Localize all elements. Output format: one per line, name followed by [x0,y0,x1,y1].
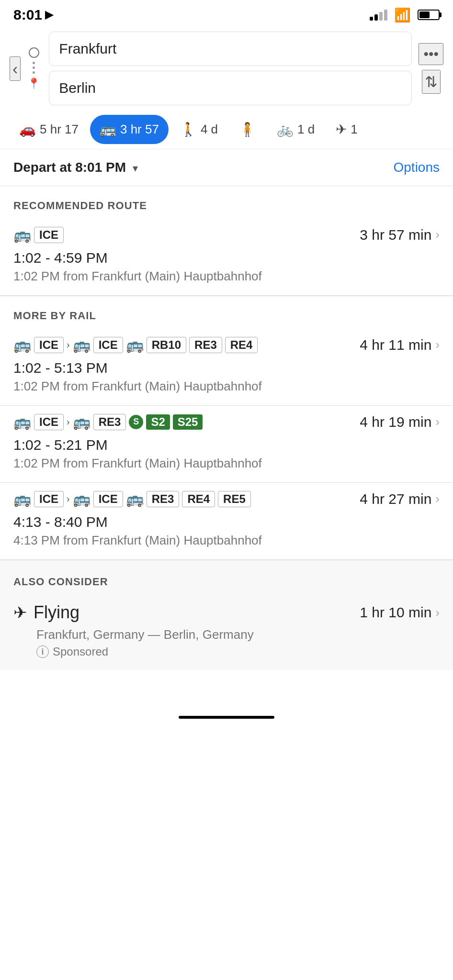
train-icon-2b: 🚌 [73,490,91,507]
tab-transit[interactable]: 🚌 3 hr 57 [90,115,169,144]
twowheeler-icon: 🧍 [239,122,256,137]
bike-icon: 🚲 [277,122,294,137]
rail-route-card-0[interactable]: 🚌 ICE › 🚌 ICE 🚌 RB10 RE3 RE4 4 hr 11 min… [0,329,453,406]
also-consider-section: ALSO CONSIDER ✈ Flying 1 hr 10 min › Fra… [0,560,453,670]
route-detail-0: 1:02 PM from Frankfurt (Main) Hauptbahnh… [13,379,440,394]
rail-route-card-1[interactable]: 🚌 ICE › 🚌 RE3 S S2 S25 4 hr 19 min › 1:0… [0,406,453,483]
chevron-right-icon: › [435,227,440,242]
route-time: 1:02 - 4:59 PM [13,250,440,266]
depart-dropdown-arrow: ▾ [133,162,138,174]
walk-icon: 🚶 [180,122,197,137]
origin-input[interactable]: Frankfurt [49,32,412,66]
train-icon-0: 🚌 [13,336,31,353]
tab-bike[interactable]: 🚲 1 d [267,115,324,144]
bus-icon: 🚌 [100,122,116,137]
arrow-0: › [67,339,70,350]
sponsored-info-icon: i [36,646,49,658]
route-tags-0: 🚌 ICE › 🚌 ICE 🚌 RB10 RE3 RE4 [13,336,258,353]
train-icon-2c: 🚌 [126,490,144,507]
battery-icon [418,10,440,20]
train-icon-0c: 🚌 [126,336,144,353]
recommended-label: RECOMMENDED ROUTE [0,186,453,219]
swap-button[interactable]: ⇅ [422,70,441,94]
mode-tabs: 🚗 5 hr 17 🚌 3 hr 57 🚶 4 d 🧍 🚲 1 d ✈ 1 [0,110,453,149]
route-tags-2: 🚌 ICE › 🚌 ICE 🚌 RE3 RE4 RE5 [13,490,251,507]
flying-label: ✈ Flying [13,602,79,623]
route-detail: 1:02 PM from Frankfurt (Main) Hauptbahnh… [13,269,440,284]
train-icon-0b: 🚌 [73,336,91,353]
tag-s-circle: S [129,415,143,429]
route-duration-1: 4 hr 19 min › [360,414,440,430]
tab-twowheeler[interactable]: 🧍 [229,115,265,144]
route-detail-1: 1:02 PM from Frankfurt (Main) Hauptbahnh… [13,456,440,471]
flying-card[interactable]: ✈ Flying 1 hr 10 min › Frankfurt, German… [0,595,453,670]
flying-chevron: › [435,605,440,620]
route-duration-0: 4 hr 11 min › [360,337,440,353]
tag-re3-1: RE3 [93,414,126,430]
rail-route-card-2[interactable]: 🚌 ICE › 🚌 ICE 🚌 RE3 RE4 RE5 4 hr 27 min … [0,483,453,560]
car-icon: 🚗 [19,122,36,137]
arrow-2: › [67,493,70,504]
tag-re4-2: RE4 [182,491,215,507]
arrow-1: › [67,416,70,427]
plane-tab-icon: ✈ [336,122,347,137]
route-tags: 🚌 ICE [13,226,64,243]
train-icon-2: 🚌 [13,490,31,507]
tag-ice-2: ICE [34,491,64,507]
more-by-rail-label: MORE BY RAIL [0,296,453,329]
tag-re4-0: RE4 [225,337,258,353]
tag-re3-2: RE3 [147,491,180,507]
chevron-2: › [435,491,440,506]
tag-ice-0b: ICE [93,337,123,353]
tag-s25: S25 [173,414,203,430]
tab-car[interactable]: 🚗 5 hr 17 [10,115,88,144]
location-arrow-icon: ▶ [45,9,53,21]
more-by-rail-section: MORE BY RAIL 🚌 ICE › 🚌 ICE 🚌 RB10 RE3 RE… [0,296,453,560]
route-detail-2: 4:13 PM from Frankfurt (Main) Hauptbahnh… [13,533,440,548]
status-time: 8:01 [13,7,42,23]
home-indicator [179,716,274,719]
tag-re3-0: RE3 [189,337,222,353]
recommended-route-card[interactable]: 🚌 ICE 3 hr 57 min › 1:02 - 4:59 PM 1:02 … [0,219,453,296]
tag-s2: S2 [146,414,170,430]
more-options-button[interactable]: ••• [419,43,443,65]
tab-fly[interactable]: ✈ 1 [326,115,367,144]
tag-ice-2b: ICE [93,491,123,507]
tag-ice-1: ICE [34,414,64,430]
depart-row: Depart at 8:01 PM ▾ Options [0,149,453,186]
train-icon: 🚌 [13,226,31,243]
tag-ice-0: ICE [34,337,64,353]
route-time-2: 4:13 - 8:40 PM [13,514,440,530]
sponsored-label: Sponsored [53,645,108,658]
depart-time-selector[interactable]: Depart at 8:01 PM ▾ [13,160,138,175]
route-connector [33,58,35,78]
ice-tag: ICE [34,227,64,243]
tab-walk[interactable]: 🚶 4 d [170,115,227,144]
bottom-bar [0,708,453,730]
recommended-section: RECOMMENDED ROUTE 🚌 ICE 3 hr 57 min › 1:… [0,186,453,296]
signal-icon [370,10,387,21]
also-consider-label: ALSO CONSIDER [0,562,453,595]
destination-icon: 📍 [27,78,40,90]
route-duration-2: 4 hr 27 min › [360,491,440,507]
wifi-icon: 📶 [394,7,411,23]
tag-rb10: RB10 [147,337,186,353]
route-time-1: 1:02 - 5:21 PM [13,437,440,453]
destination-input[interactable]: Berlin [49,71,412,105]
flying-route: Frankfurt, Germany — Berlin, Germany [13,627,440,642]
back-button[interactable]: ‹ [10,56,21,81]
sponsored-row: i Sponsored [13,645,440,658]
route-tags-1: 🚌 ICE › 🚌 RE3 S S2 S25 [13,413,203,430]
train-icon-1b: 🚌 [73,413,91,430]
flying-duration: 1 hr 10 min › [360,604,440,621]
chevron-1: › [435,414,440,429]
route-duration: 3 hr 57 min › [360,227,440,243]
train-icon-1: 🚌 [13,413,31,430]
tag-re5-2: RE5 [218,491,251,507]
route-time-0: 1:02 - 5:13 PM [13,360,440,376]
header: ‹ 📍 Frankfurt Berlin ••• ⇅ [0,27,453,110]
chevron-0: › [435,337,440,352]
options-button[interactable]: Options [394,160,440,175]
airplane-icon: ✈ [13,603,27,622]
status-bar: 8:01 ▶ 📶 [0,0,453,27]
